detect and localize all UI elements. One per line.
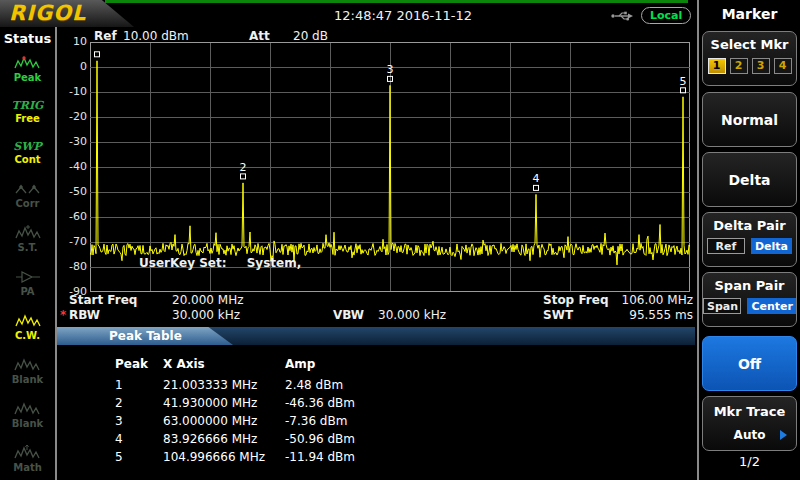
y-axis-tick: -20 xyxy=(57,110,87,123)
marker-number-4: 4 xyxy=(533,172,540,185)
softkey-label: Delta xyxy=(703,153,796,206)
stop-freq-label: Stop Freq xyxy=(543,293,608,307)
option-delta-button[interactable]: Delta xyxy=(751,238,792,254)
peak-table-title: Peak Table xyxy=(109,329,182,343)
corr-icon xyxy=(15,181,41,197)
status-item-label: Peak xyxy=(14,72,42,83)
status-indicator-blank: Blank xyxy=(12,357,44,385)
status-sidebar: Status PeakTRIGFreeSWPContCorrS.T.PAC.W.… xyxy=(0,27,57,480)
attenuation-label: Att xyxy=(249,29,270,43)
status-item-label: PA xyxy=(20,286,34,297)
spectrum-chart: 2345 xyxy=(90,42,690,292)
spectrum-analyzer-screen: RIGOL 12:48:47 2016-11-12 Local Status P… xyxy=(0,0,800,480)
status-item-label: Corr xyxy=(15,198,39,209)
status-indicator-corr: Corr xyxy=(15,181,41,209)
marker-number-2: 2 xyxy=(240,161,247,174)
status-item-label: Math xyxy=(13,462,42,473)
peak-waveform-icon xyxy=(14,55,40,71)
peak-table-row: 121.003333 MHz2.48 dBm xyxy=(57,378,695,396)
rigol-logo: RIGOL xyxy=(0,0,134,27)
datetime-display: 12:48:47 2016-11-12 xyxy=(334,8,472,23)
status-mode-label: TRIG xyxy=(12,99,44,112)
status-item-label: Cont xyxy=(14,154,40,165)
status-mode-label: SWP xyxy=(13,140,42,153)
peak-number: 3 xyxy=(115,414,123,428)
blank-waveform-icon xyxy=(14,401,40,417)
usb-icon xyxy=(611,9,635,23)
option-span-button[interactable]: Span xyxy=(703,298,741,314)
softkey-label: Delta Pair xyxy=(703,218,796,233)
peak-table-row: 5104.996666 MHz-11.94 dBm xyxy=(57,450,695,468)
softkey-span-pair[interactable]: Span PairSpanCenter xyxy=(702,272,797,327)
marker-square-1 xyxy=(95,52,100,57)
peak-number: 2 xyxy=(115,396,123,410)
status-items: PeakTRIGFreeSWPContCorrS.T.PAC.W.BlankBl… xyxy=(0,55,55,473)
y-axis-tick: -30 xyxy=(57,135,87,148)
peak-frequency: 21.003333 MHz xyxy=(163,378,257,392)
status-item-label: C.W. xyxy=(15,330,40,341)
local-status-badge: Local xyxy=(641,7,691,24)
column-xaxis: X Axis xyxy=(163,357,205,371)
peak-frequency: 41.930000 MHz xyxy=(163,396,257,410)
peak-amplitude: -7.36 dBm xyxy=(285,414,347,428)
rbw-coupled-star: * xyxy=(60,308,66,322)
marker-select-4-button[interactable]: 4 xyxy=(774,58,792,74)
submenu-arrow-icon xyxy=(780,430,787,440)
status-indicator-pa: PA xyxy=(15,269,41,297)
peak-table-row: 483.926666 MHz-50.96 dBm xyxy=(57,432,695,450)
softkey-off[interactable]: Off xyxy=(702,336,797,391)
menu-title: Marker xyxy=(699,6,800,22)
st-waveform-icon xyxy=(15,225,41,241)
y-axis-tick: 10 xyxy=(57,35,87,48)
menu-page-indicator: 1/2 xyxy=(699,454,800,469)
status-item-label: Blank xyxy=(12,374,44,385)
softkey-delta-pair[interactable]: Delta PairRefDelta xyxy=(702,212,797,267)
peak-table-row: 363.000000 MHz-7.36 dBm xyxy=(57,414,695,432)
userkey-label: UserKey Set: xyxy=(139,256,227,270)
status-title: Status xyxy=(0,31,55,46)
status-item-label: Blank xyxy=(12,418,44,429)
softkey-normal[interactable]: Normal xyxy=(702,92,797,147)
softkey-label: Off xyxy=(703,337,796,390)
cw-waveform-icon xyxy=(15,313,41,329)
softkey-label: Span Pair xyxy=(703,278,796,293)
y-axis-tick: -70 xyxy=(57,235,87,248)
math-waveform-icon xyxy=(14,445,40,461)
peak-amplitude: -50.96 dBm xyxy=(285,432,355,446)
ref-level-value: 10.00 dBm xyxy=(123,29,189,43)
userkey-value: System, xyxy=(247,256,302,270)
swt-label: SWT xyxy=(543,308,573,322)
column-peak: Peak xyxy=(115,357,148,371)
start-freq-value: 20.000 MHz xyxy=(172,293,243,307)
peak-amplitude: -11.94 dBm xyxy=(285,450,355,464)
marker-select-3-button[interactable]: 3 xyxy=(752,58,770,74)
softkey-delta[interactable]: Delta xyxy=(702,152,797,207)
rigol-logo-text: RIGOL xyxy=(0,0,134,26)
softkey-mkr-trace[interactable]: Mkr TraceAuto xyxy=(702,396,797,451)
option-ref-button[interactable]: Ref xyxy=(707,238,745,254)
y-axis-tick: -10 xyxy=(57,85,87,98)
peak-number: 1 xyxy=(115,378,123,392)
userkey-message: UserKey Set: System, xyxy=(139,256,301,270)
status-indicator-st: S.T. xyxy=(15,225,41,253)
status-item-label: Free xyxy=(15,113,40,124)
softkey-select-mkr[interactable]: Select Mkr1234 xyxy=(702,31,797,86)
y-axis-tick: 0 xyxy=(57,60,87,73)
ref-level-label: Ref xyxy=(94,29,117,43)
peak-table-rows: 121.003333 MHz2.48 dBm241.930000 MHz-46.… xyxy=(57,378,695,468)
peak-frequency: 83.926666 MHz xyxy=(163,432,257,446)
marker-number-3: 3 xyxy=(387,63,394,76)
top-green-line xyxy=(105,0,688,3)
softkey-label: Mkr Trace xyxy=(703,404,796,419)
swt-value: 95.555 ms xyxy=(613,308,693,322)
marker-select-1-button[interactable]: 1 xyxy=(708,58,726,74)
y-axis-tick: -80 xyxy=(57,260,87,273)
peak-frequency: 63.000000 MHz xyxy=(163,414,257,428)
option-center-button[interactable]: Center xyxy=(747,298,796,314)
peak-table-row: 241.930000 MHz-46.36 dBm xyxy=(57,396,695,414)
status-indicator-cont: SWPCont xyxy=(13,140,42,165)
spectrum-plot: 2345 xyxy=(90,42,690,292)
marker-select-2-button[interactable]: 2 xyxy=(730,58,748,74)
status-indicator-free: TRIGFree xyxy=(12,99,44,124)
peak-table-columns: Peak X Axis Amp xyxy=(57,357,695,373)
